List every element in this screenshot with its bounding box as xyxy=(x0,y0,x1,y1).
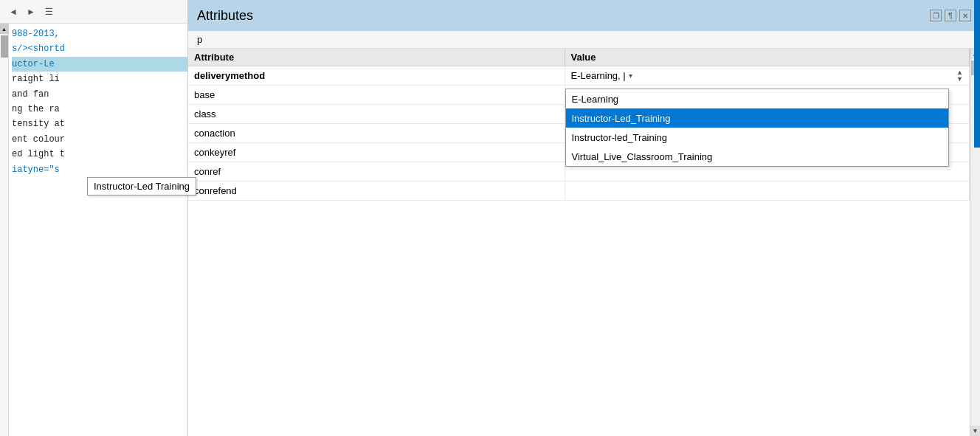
value-cell-container: E-Learning, | ▾ ▲ ▼ xyxy=(571,69,964,83)
attribute-name-cell: conaction xyxy=(188,124,565,143)
attribute-name-cell: conref xyxy=(188,162,565,181)
attribute-value-cell[interactable] xyxy=(565,181,970,201)
forward-button[interactable]: ► xyxy=(24,4,38,19)
restore-button[interactable]: ❐ xyxy=(930,10,942,21)
close-button[interactable]: ✕ xyxy=(959,10,971,21)
dropdown-list[interactable]: E-Learning Instructor-Led_Training Instr… xyxy=(565,89,949,167)
code-area: ▲ 988-2013, s/><shortd uctor-Le raight l… xyxy=(0,24,187,436)
dropdown-option-vlct[interactable]: Virtual_Live_Classroom_Training xyxy=(566,147,948,166)
code-line: raight li xyxy=(12,72,187,86)
attributes-header: Attributes ❐ ¶ ✕ xyxy=(188,0,980,31)
code-line: iatyne="s xyxy=(12,162,187,177)
code-line: and fan xyxy=(12,87,187,102)
code-editor-panel: ◄ ► ☰ ▲ 988-2013, s/><shortd uctor-Le ra… xyxy=(0,0,188,436)
menu-button[interactable]: ☰ xyxy=(41,4,56,19)
table-header-row: Attribute Value xyxy=(188,49,970,66)
code-line: ent colour xyxy=(12,132,187,147)
attribute-name-cell: base xyxy=(188,86,565,105)
code-line: ng the ra xyxy=(12,102,187,117)
scroll-up-btn[interactable]: ▲ xyxy=(0,24,9,34)
dropdown-option-elearning[interactable]: E-Learning xyxy=(566,89,948,108)
scrollbar-down-button[interactable]: ▼ xyxy=(970,426,980,436)
code-line: s/><shortd xyxy=(12,41,187,56)
attribute-value-cell[interactable]: E-Learning, | ▾ ▲ ▼ xyxy=(565,66,970,86)
toolbar: ◄ ► ☰ xyxy=(0,0,187,24)
code-line: tensity at xyxy=(12,117,187,131)
code-line: 988-2013, xyxy=(12,27,187,41)
blue-accent-bar xyxy=(974,0,980,148)
code-content: 988-2013, s/><shortd uctor-Le raight li … xyxy=(9,24,187,436)
table-row[interactable]: conrefend xyxy=(188,181,970,201)
value-column-header: Value xyxy=(565,49,970,66)
attribute-name-cell: conrefend xyxy=(188,181,565,201)
attribute-name-cell: conkeyref xyxy=(188,143,565,162)
back-button[interactable]: ◄ xyxy=(6,4,21,19)
attributes-panel: Attributes ❐ ¶ ✕ p Attribute Value xyxy=(188,0,980,436)
attribute-table-wrapper[interactable]: Attribute Value deliverymethod xyxy=(188,49,970,436)
attribute-name-cell: deliverymethod xyxy=(188,66,565,86)
attributes-content: p Attribute Value d xyxy=(188,31,980,436)
dropdown-option-ilt-lower[interactable]: Instructor-led_Training xyxy=(566,128,948,147)
scroll-down-arrow[interactable]: ▼ xyxy=(956,76,963,83)
attributes-title: Attributes xyxy=(197,8,253,24)
header-buttons: ❐ ¶ ✕ xyxy=(930,10,971,21)
instructor-tooltip: Instructor-Led Training xyxy=(87,177,196,195)
value-input[interactable]: E-Learning, | ▾ xyxy=(571,70,957,81)
table-row[interactable]: deliverymethod E-Learning, | ▾ ▲ xyxy=(188,66,970,86)
dropdown-arrow-icon[interactable]: ▾ xyxy=(629,72,632,80)
code-line: uctor-Le xyxy=(12,57,187,72)
scroll-arrows: ▲ ▼ xyxy=(956,69,963,83)
scroll-thumb[interactable] xyxy=(1,35,8,58)
attribute-table: Attribute Value deliverymethod xyxy=(188,49,970,201)
left-scrollbar[interactable]: ▲ xyxy=(0,24,9,436)
attribute-name-cell: class xyxy=(188,105,565,124)
attribute-column-header: Attribute xyxy=(188,49,565,66)
dropdown-option-ilt[interactable]: Instructor-Led_Training xyxy=(566,108,948,128)
code-line: ed light t xyxy=(12,147,187,162)
element-name: p xyxy=(188,31,980,49)
pin-button[interactable]: ¶ xyxy=(945,10,956,21)
